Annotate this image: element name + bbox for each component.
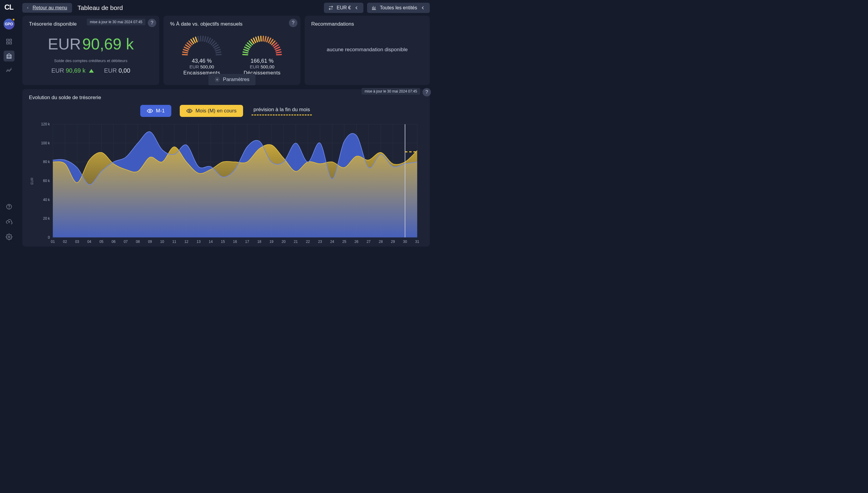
analytics-nav-icon[interactable]	[4, 65, 15, 76]
svg-text:120 k: 120 k	[41, 122, 50, 126]
notification-dot-icon	[12, 18, 15, 21]
treasury-subtitle: Solde des comptes créditeurs et débiteur…	[29, 59, 152, 63]
treasury-chart: 020 k40 k60 k80 k100 k120 k0102030405060…	[29, 121, 423, 243]
trend-icon	[6, 67, 12, 74]
gauge-out-svg	[236, 34, 288, 56]
dashboard-nav-icon[interactable]	[4, 36, 15, 47]
svg-text:11: 11	[172, 240, 177, 243]
svg-text:23: 23	[318, 240, 322, 243]
gear-icon	[6, 234, 12, 240]
svg-text:05: 05	[100, 240, 104, 243]
chevron-left-icon	[26, 6, 29, 9]
user-avatar[interactable]: GPO	[4, 19, 15, 29]
gauge-card: ? % À date vs. objectifs mensuels 43,46 …	[163, 16, 301, 85]
svg-text:01: 01	[51, 240, 55, 243]
svg-text:06: 06	[111, 240, 116, 243]
svg-line-45	[216, 55, 221, 55]
svg-text:29: 29	[391, 240, 395, 243]
svg-line-25	[184, 47, 188, 49]
triangle-up-icon	[89, 69, 94, 72]
svg-text:25: 25	[342, 240, 347, 243]
chevron-left-icon	[354, 5, 359, 10]
entities-selector[interactable]: Toutes les entités	[367, 3, 430, 13]
svg-rect-1	[9, 39, 11, 41]
svg-point-81	[189, 110, 190, 112]
svg-line-37	[208, 38, 210, 42]
svg-text:31: 31	[415, 240, 419, 243]
svg-line-35	[205, 37, 205, 41]
svg-line-44	[216, 52, 221, 53]
updated-tooltip: mise à jour le 30 mai 2024 07:45	[87, 19, 145, 25]
entities-label: Toutes les entités	[380, 5, 417, 10]
back-label: Retour au menu	[33, 5, 67, 10]
svg-line-32	[198, 37, 199, 41]
svg-text:07: 07	[124, 240, 128, 243]
back-button[interactable]: Retour au menu	[22, 3, 72, 13]
y-axis-label: EUR	[30, 177, 34, 185]
svg-line-66	[267, 37, 268, 42]
help-nav-icon[interactable]	[4, 201, 15, 212]
svg-line-43	[215, 49, 220, 51]
svg-line-55	[245, 47, 249, 49]
svg-text:100 k: 100 k	[41, 141, 50, 145]
eye-icon	[147, 108, 153, 114]
svg-text:0: 0	[48, 235, 50, 240]
svg-line-56	[246, 45, 250, 48]
chart-card: mise à jour le 30 mai 2024 07:45 ? Evolu…	[22, 89, 430, 246]
svg-text:02: 02	[63, 240, 67, 243]
svg-text:27: 27	[367, 240, 371, 243]
svg-text:60 k: 60 k	[43, 179, 50, 183]
legend-m-button[interactable]: Mois (M) en cours	[180, 105, 243, 117]
svg-text:13: 13	[197, 240, 201, 243]
reco-title: Recommandations	[311, 21, 423, 27]
svg-text:09: 09	[148, 240, 152, 243]
upload-nav-icon[interactable]	[4, 216, 15, 227]
svg-point-11	[8, 236, 10, 238]
settings-nav-icon[interactable]	[4, 232, 15, 242]
updated-tooltip: mise à jour le 30 mai 2024 07:45	[361, 88, 420, 94]
treasury-nav-icon[interactable]	[4, 51, 15, 62]
dash-line-icon	[251, 114, 312, 115]
help-circle-icon	[6, 203, 12, 210]
help-button[interactable]: ?	[148, 19, 156, 27]
svg-point-80	[149, 110, 150, 112]
help-button[interactable]: ?	[422, 88, 431, 97]
currency-selector[interactable]: EUR €	[324, 3, 364, 13]
treasury-card: mise à jour le 30 mai 2024 07:45 ? Tréso…	[22, 16, 159, 85]
legend-m1-button[interactable]: M-1	[140, 105, 171, 117]
svg-line-53	[243, 52, 248, 53]
svg-line-30	[193, 38, 195, 42]
svg-text:18: 18	[257, 240, 262, 243]
svg-text:14: 14	[209, 240, 213, 243]
svg-text:10: 10	[160, 240, 164, 243]
svg-text:26: 26	[354, 240, 358, 243]
svg-line-31	[195, 37, 197, 42]
treasury-amount: 90,69 k	[82, 35, 134, 53]
chevron-left-icon	[420, 5, 426, 10]
svg-text:80 k: 80 k	[43, 160, 50, 164]
swap-icon	[328, 5, 334, 10]
gauge-encaissements: 43,46 % EUR 500,00 Encaissements	[174, 34, 229, 76]
page-title: Tableau de bord	[78, 4, 123, 12]
chart-title: Evolution du solde de trésorerie	[29, 94, 423, 101]
help-button[interactable]: ?	[289, 19, 297, 27]
gauge-title: % À date vs. objectifs mensuels	[170, 21, 294, 27]
sidebar: CL GPO	[0, 0, 18, 246]
svg-line-26	[185, 45, 189, 48]
svg-text:16: 16	[233, 240, 237, 243]
buildings-icon	[371, 5, 377, 10]
svg-line-42	[215, 47, 219, 49]
parameters-button[interactable]: Paramètres	[208, 74, 255, 85]
svg-line-60	[253, 38, 255, 42]
svg-line-67	[268, 38, 271, 42]
svg-text:40 k: 40 k	[43, 197, 50, 201]
svg-rect-2	[6, 42, 8, 44]
svg-line-65	[265, 37, 266, 41]
avatar-initials: GPO	[5, 22, 13, 26]
svg-line-72	[275, 47, 279, 49]
svg-line-64	[263, 36, 263, 41]
bank-icon	[6, 53, 12, 59]
gear-icon	[214, 77, 220, 82]
recommendations-card: Recommandations aucune recommandation di…	[305, 16, 430, 85]
svg-text:19: 19	[269, 240, 273, 243]
